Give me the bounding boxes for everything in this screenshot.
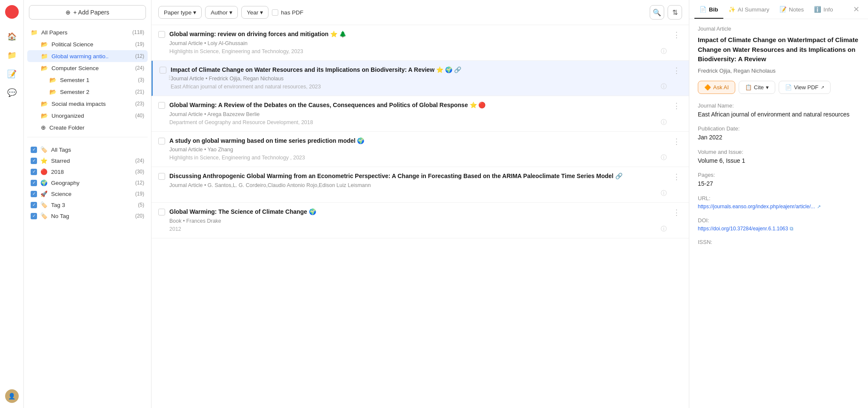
- cite-label: Cite: [754, 84, 764, 91]
- year-filter[interactable]: Year ▾: [241, 6, 268, 19]
- tab-notes[interactable]: 📝 Notes: [774, 0, 809, 19]
- sort-button[interactable]: ⇅: [668, 5, 682, 20]
- copy-icon[interactable]: ⧉: [790, 225, 794, 232]
- tab-info[interactable]: ℹ️ Info: [809, 0, 838, 19]
- sidebar-item-computer-science[interactable]: 📂 Computer Science (24): [27, 62, 148, 74]
- sidebar-item-semester2[interactable]: 📂 Semester 2 (21): [27, 86, 148, 98]
- paper-checkbox[interactable]: [158, 102, 165, 109]
- nav-chat-icon[interactable]: 💬: [4, 85, 20, 100]
- tag-item-starred[interactable]: ⭐ Starred (24): [27, 155, 148, 166]
- create-folder-button[interactable]: ⊕ Create Folder: [27, 122, 148, 133]
- table-row[interactable]: ⠿ Impact of Climate Change on Water Reso…: [151, 61, 689, 96]
- info-icon[interactable]: ⓘ: [661, 48, 667, 55]
- paper-checkbox[interactable]: [160, 67, 166, 74]
- paper-checkbox[interactable]: [158, 31, 165, 38]
- sidebar-item-social-media[interactable]: 📂 Social media impacts (23): [27, 98, 148, 110]
- pub-date-value: Jan 2022: [698, 133, 859, 142]
- tag-checkbox[interactable]: [31, 180, 37, 186]
- more-options-icon[interactable]: ⋮: [671, 101, 682, 126]
- nav-notes-icon[interactable]: 📝: [4, 66, 20, 82]
- add-papers-plus-icon: ⊕: [66, 9, 71, 16]
- ask-ai-button[interactable]: 🔶 Ask AI: [698, 81, 735, 94]
- table-row[interactable]: Discussing Anthropogenic Global Warming …: [151, 167, 689, 203]
- paper-checkbox[interactable]: [158, 173, 165, 180]
- has-pdf-filter[interactable]: has PDF: [272, 9, 303, 16]
- info-icon[interactable]: ⓘ: [661, 154, 667, 162]
- close-panel-button[interactable]: ✕: [850, 1, 863, 17]
- tab-notes-label: Notes: [789, 6, 804, 13]
- cite-button[interactable]: 📋 Cite ▾: [739, 81, 775, 94]
- issn-field: ISSN:: [698, 239, 859, 245]
- app-logo: [5, 5, 19, 19]
- paper-title: Global warming: review on driving forces…: [169, 30, 667, 39]
- paper-checkbox[interactable]: [158, 209, 165, 215]
- tags-section: 🏷️ All Tags ⭐ Starred (24) 🔴 2018 (30) 🌍…: [24, 141, 151, 221]
- pages-label: Pages:: [698, 172, 859, 178]
- tag-label: No Tag: [51, 213, 69, 219]
- all-tags-item[interactable]: 🏷️ All Tags: [27, 144, 148, 155]
- more-options-icon[interactable]: ⋮: [671, 30, 682, 55]
- bib-article-type: Journal Article: [698, 26, 859, 32]
- tag-item-science[interactable]: 🚀 Science (19): [27, 188, 148, 199]
- paper-type-filter[interactable]: Paper type ▾: [158, 6, 202, 19]
- avatar[interactable]: 👤: [5, 389, 19, 403]
- all-tags-checkbox[interactable]: [31, 147, 37, 153]
- tag-checkbox[interactable]: [31, 169, 37, 175]
- bib-title: Impact of Climate Change on WaterImpact …: [698, 35, 859, 64]
- sidebar-item-global-warming[interactable]: 📁 Global warming antio.. (12): [27, 50, 148, 62]
- paper-title: A study on global warming based on time …: [169, 137, 667, 145]
- tag-checkbox[interactable]: [31, 202, 37, 208]
- tab-bib-label: Bib: [709, 6, 718, 13]
- paper-venue: ⓘ: [169, 190, 667, 197]
- sidebar-item-political-science[interactable]: 📂 Political Science (19): [27, 38, 148, 50]
- table-row[interactable]: A study on global warming based on time …: [151, 132, 689, 167]
- table-row[interactable]: Global Warming: The Science of Climate C…: [151, 203, 689, 238]
- url-value[interactable]: https://journals.eanso.org/index.php/eaj…: [698, 203, 859, 210]
- tag-checkbox[interactable]: [31, 191, 37, 197]
- tag-count: (12): [135, 180, 144, 186]
- author-filter[interactable]: Author ▾: [205, 6, 238, 19]
- info-icon[interactable]: ⓘ: [661, 225, 667, 233]
- tag-item-no-tag[interactable]: 🏷️ No Tag (20): [27, 210, 148, 221]
- add-papers-button[interactable]: ⊕ + Add Papers: [29, 5, 146, 20]
- info-icon[interactable]: ⓘ: [661, 190, 667, 197]
- paper-title: Discussing Anthropogenic Global Warming …: [169, 172, 667, 181]
- icon-bar: 🏠 📁 📝 💬 👤: [0, 0, 24, 408]
- sidebar-item-unorganized[interactable]: 📂 Unorganized (40): [27, 110, 148, 122]
- more-options-icon[interactable]: ⋮: [671, 172, 682, 197]
- has-pdf-checkbox[interactable]: [272, 9, 278, 16]
- view-pdf-button[interactable]: 📄 View PDF ↗: [779, 81, 831, 94]
- tag-item-2018[interactable]: 🔴 2018 (30): [27, 166, 148, 177]
- paper-venue: Highlights in Science, Engineering and T…: [169, 154, 667, 162]
- tab-info-label: Info: [823, 6, 833, 13]
- tag-checkbox[interactable]: [31, 158, 37, 164]
- paper-meta: Journal Article • Fredrick Ojija, Regan …: [171, 76, 667, 82]
- tag-count: (24): [135, 158, 144, 164]
- add-papers-label: + Add Papers: [73, 9, 109, 16]
- paper-authors: Yao Zhang: [208, 147, 233, 153]
- tag-item-tag3[interactable]: 🏷️ Tag 3 (5): [27, 199, 148, 210]
- more-options-icon[interactable]: ⋮: [671, 137, 682, 162]
- paper-venue: 2012 ⓘ: [169, 225, 667, 233]
- nav-home-icon[interactable]: 🏠: [4, 29, 20, 44]
- tab-bib[interactable]: 📄 Bib: [694, 0, 723, 19]
- tag-item-geography[interactable]: 🌍 Geography (12): [27, 177, 148, 188]
- info-icon[interactable]: ⓘ: [661, 83, 667, 91]
- doi-value[interactable]: https://doi.org/10.37284/eajenr.6.1.1063…: [698, 225, 859, 232]
- table-row[interactable]: Global Warming: A Review of the Debates …: [151, 96, 689, 132]
- sidebar-item-semester1[interactable]: 📂 Semester 1 (3): [27, 74, 148, 86]
- paper-checkbox[interactable]: [158, 138, 165, 144]
- table-row[interactable]: Global warming: review on driving forces…: [151, 25, 689, 61]
- paper-type: Journal Article: [169, 40, 203, 46]
- tab-ai-summary[interactable]: ✨ AI Summary: [723, 0, 774, 19]
- tag-emoji: 🚀: [40, 190, 48, 197]
- sidebar-item-all-papers[interactable]: 📁 All Papers (118): [27, 26, 148, 38]
- nav-folder-icon[interactable]: 📁: [4, 48, 20, 63]
- paper-meta: Journal Article • G. Santos,L. G. Cordei…: [169, 182, 667, 188]
- tag-checkbox[interactable]: [31, 213, 37, 219]
- more-options-icon[interactable]: ⋮: [671, 208, 682, 233]
- search-button[interactable]: 🔍: [650, 5, 664, 20]
- journal-name-label: Journal Name:: [698, 102, 859, 109]
- more-options-icon[interactable]: ⋮: [671, 66, 682, 91]
- info-icon[interactable]: ⓘ: [661, 119, 667, 126]
